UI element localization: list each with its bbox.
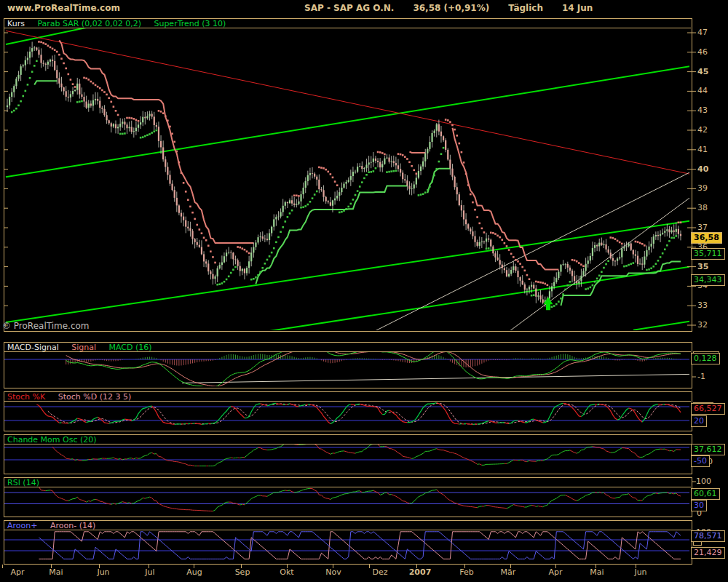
stoch-level-badge: 20 <box>691 415 707 427</box>
kurs-label: Kurs <box>7 19 25 28</box>
stoch-d-label[interactable]: Stoch %D (12 3 5) <box>58 392 132 402</box>
month-label: Mai <box>39 567 74 577</box>
chart-canvas[interactable] <box>0 0 728 582</box>
rsi-value-badge: 60,61 <box>691 488 720 500</box>
parab-sar-label[interactable]: Parab SAR (0,02 0,02 0,2) <box>37 19 141 28</box>
month-label: Jul <box>132 567 167 577</box>
macd-label[interactable]: MACD (16) <box>109 343 152 352</box>
month-label: Okt <box>269 567 304 577</box>
macd-tick-label: -1 <box>697 372 705 381</box>
macd-value-badge: 0,128 <box>691 353 720 364</box>
price-tick-label: 32 <box>697 320 708 330</box>
price-tick-label: 38 <box>697 203 708 212</box>
stoch-value-badge: 66,527 <box>691 403 725 415</box>
month-label: Nov <box>316 567 351 577</box>
chande-panel-label-row: Chande Mom Osc (20) <box>4 435 691 445</box>
rsi-panel-label-row: RSI (14) <box>4 478 691 487</box>
macd-panel-label-row: MACD-Signal Signal MACD (16) <box>4 343 691 352</box>
macd-signal-label[interactable]: MACD-Signal <box>7 343 59 352</box>
price-tick-label: 33 <box>697 300 708 310</box>
watermark: © ProRealTime.com <box>2 321 90 331</box>
price-tick-label: 45 <box>697 67 708 76</box>
rsi-100-label: 100 <box>696 477 711 486</box>
aroon-panel-label-row: Aroon+ Aroon- (14) <box>4 521 691 530</box>
price-panel-label-row: Kurs Parab SAR (0,02 0,02 0,2) SuperTren… <box>4 19 691 28</box>
aroon-minus-label[interactable]: Aroon- (14) <box>50 521 95 530</box>
price-tick-label: 37 <box>697 223 708 232</box>
price-tick-label: 35 <box>697 262 708 271</box>
aroon-hidden-tick-box <box>693 541 702 546</box>
aroon-plus-badge: 78,571 <box>691 530 725 542</box>
month-label: Dez <box>363 567 397 577</box>
supertrend-level-badge: 34,343 <box>691 274 725 286</box>
aroon-100-label: 100 <box>696 524 715 530</box>
rsi-label[interactable]: RSI (14) <box>7 478 39 487</box>
aroon-plus-label[interactable]: Aroon+ <box>7 521 37 530</box>
month-label: 2007 <box>403 567 438 577</box>
price-tick-label: 39 <box>697 183 708 193</box>
stoch-panel-label-row: Stoch %K Stoch %D (12 3 5) <box>4 392 691 402</box>
price-tick-label: 47 <box>697 28 708 37</box>
last-price-badge: 36,58 <box>691 232 722 244</box>
month-label: Apr <box>538 567 573 577</box>
month-label: Jun <box>86 567 121 577</box>
chande-value-badge: 37,612 <box>691 444 725 455</box>
price-tick-label: 44 <box>697 86 708 95</box>
month-label: Aug <box>177 567 212 577</box>
price-tick-label: 41 <box>697 145 708 154</box>
stoch-k-label[interactable]: Stoch %K <box>7 392 45 402</box>
aroon-minus-badge: 21,429 <box>691 547 725 559</box>
rsi-level-badge: 30 <box>691 500 707 511</box>
month-label: Feb <box>449 567 484 577</box>
month-label: Mär <box>491 567 526 577</box>
price-tick-label: 43 <box>697 105 708 115</box>
prorealtime-window: { "palette":{ "frame_tan":"#c9a868","axi… <box>0 0 728 582</box>
chande-level-badge: -50 <box>691 455 710 467</box>
signal-label[interactable]: Signal <box>71 343 96 352</box>
month-label: Jun <box>623 567 658 577</box>
supertrend-label[interactable]: SuperTrend (3 10) <box>154 19 226 28</box>
supertrend-level-badge: 35,711 <box>691 248 725 260</box>
price-tick-label: 46 <box>697 47 708 57</box>
month-label: Sep <box>225 567 260 577</box>
price-tick-label: 40 <box>697 164 708 174</box>
month-label: Mai <box>579 567 614 577</box>
month-label: Apr <box>0 567 35 577</box>
price-tick-label: 42 <box>697 125 708 135</box>
chande-label[interactable]: Chande Mom Osc (20) <box>7 435 97 445</box>
